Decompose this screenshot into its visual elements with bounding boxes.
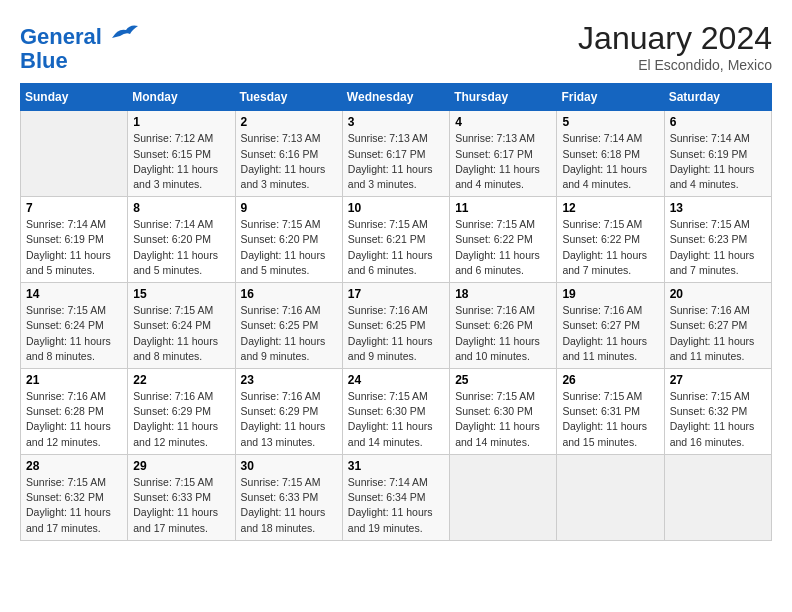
calendar-cell: 25Sunrise: 7:15 AM Sunset: 6:30 PM Dayli…: [450, 369, 557, 455]
day-info: Sunrise: 7:14 AM Sunset: 6:34 PM Dayligh…: [348, 475, 444, 536]
calendar-cell: [21, 111, 128, 197]
day-info: Sunrise: 7:16 AM Sunset: 6:27 PM Dayligh…: [670, 303, 766, 364]
calendar-cell: 15Sunrise: 7:15 AM Sunset: 6:24 PM Dayli…: [128, 283, 235, 369]
weekday-header-thursday: Thursday: [450, 84, 557, 111]
day-info: Sunrise: 7:16 AM Sunset: 6:25 PM Dayligh…: [241, 303, 337, 364]
calendar-cell: 10Sunrise: 7:15 AM Sunset: 6:21 PM Dayli…: [342, 197, 449, 283]
day-number: 19: [562, 287, 658, 301]
calendar-cell: 3Sunrise: 7:13 AM Sunset: 6:17 PM Daylig…: [342, 111, 449, 197]
day-info: Sunrise: 7:16 AM Sunset: 6:28 PM Dayligh…: [26, 389, 122, 450]
calendar-cell: 13Sunrise: 7:15 AM Sunset: 6:23 PM Dayli…: [664, 197, 771, 283]
day-info: Sunrise: 7:16 AM Sunset: 6:25 PM Dayligh…: [348, 303, 444, 364]
day-info: Sunrise: 7:13 AM Sunset: 6:17 PM Dayligh…: [348, 131, 444, 192]
weekday-header-row: SundayMondayTuesdayWednesdayThursdayFrid…: [21, 84, 772, 111]
day-number: 5: [562, 115, 658, 129]
calendar-cell: 11Sunrise: 7:15 AM Sunset: 6:22 PM Dayli…: [450, 197, 557, 283]
calendar-week-row: 7Sunrise: 7:14 AM Sunset: 6:19 PM Daylig…: [21, 197, 772, 283]
day-number: 24: [348, 373, 444, 387]
day-number: 23: [241, 373, 337, 387]
calendar-cell: 22Sunrise: 7:16 AM Sunset: 6:29 PM Dayli…: [128, 369, 235, 455]
day-info: Sunrise: 7:13 AM Sunset: 6:16 PM Dayligh…: [241, 131, 337, 192]
day-info: Sunrise: 7:14 AM Sunset: 6:20 PM Dayligh…: [133, 217, 229, 278]
calendar-cell: 14Sunrise: 7:15 AM Sunset: 6:24 PM Dayli…: [21, 283, 128, 369]
day-number: 2: [241, 115, 337, 129]
day-info: Sunrise: 7:15 AM Sunset: 6:22 PM Dayligh…: [455, 217, 551, 278]
calendar-cell: 5Sunrise: 7:14 AM Sunset: 6:18 PM Daylig…: [557, 111, 664, 197]
day-number: 18: [455, 287, 551, 301]
calendar-cell: 7Sunrise: 7:14 AM Sunset: 6:19 PM Daylig…: [21, 197, 128, 283]
day-number: 15: [133, 287, 229, 301]
month-title: January 2024: [578, 20, 772, 57]
day-info: Sunrise: 7:14 AM Sunset: 6:19 PM Dayligh…: [670, 131, 766, 192]
calendar-cell: 29Sunrise: 7:15 AM Sunset: 6:33 PM Dayli…: [128, 454, 235, 540]
calendar-week-row: 21Sunrise: 7:16 AM Sunset: 6:28 PM Dayli…: [21, 369, 772, 455]
day-number: 22: [133, 373, 229, 387]
day-number: 16: [241, 287, 337, 301]
weekday-header-wednesday: Wednesday: [342, 84, 449, 111]
day-number: 20: [670, 287, 766, 301]
day-info: Sunrise: 7:16 AM Sunset: 6:29 PM Dayligh…: [133, 389, 229, 450]
calendar-table: SundayMondayTuesdayWednesdayThursdayFrid…: [20, 83, 772, 540]
calendar-cell: 19Sunrise: 7:16 AM Sunset: 6:27 PM Dayli…: [557, 283, 664, 369]
calendar-week-row: 14Sunrise: 7:15 AM Sunset: 6:24 PM Dayli…: [21, 283, 772, 369]
day-info: Sunrise: 7:15 AM Sunset: 6:21 PM Dayligh…: [348, 217, 444, 278]
weekday-header-saturday: Saturday: [664, 84, 771, 111]
weekday-header-sunday: Sunday: [21, 84, 128, 111]
calendar-cell: 21Sunrise: 7:16 AM Sunset: 6:28 PM Dayli…: [21, 369, 128, 455]
day-info: Sunrise: 7:15 AM Sunset: 6:30 PM Dayligh…: [348, 389, 444, 450]
day-number: 31: [348, 459, 444, 473]
day-number: 21: [26, 373, 122, 387]
logo-text-blue: Blue: [20, 49, 140, 73]
day-info: Sunrise: 7:15 AM Sunset: 6:22 PM Dayligh…: [562, 217, 658, 278]
weekday-header-monday: Monday: [128, 84, 235, 111]
calendar-cell: 16Sunrise: 7:16 AM Sunset: 6:25 PM Dayli…: [235, 283, 342, 369]
calendar-week-row: 28Sunrise: 7:15 AM Sunset: 6:32 PM Dayli…: [21, 454, 772, 540]
day-number: 3: [348, 115, 444, 129]
calendar-cell: 20Sunrise: 7:16 AM Sunset: 6:27 PM Dayli…: [664, 283, 771, 369]
location: El Escondido, Mexico: [578, 57, 772, 73]
calendar-cell: 23Sunrise: 7:16 AM Sunset: 6:29 PM Dayli…: [235, 369, 342, 455]
day-info: Sunrise: 7:16 AM Sunset: 6:26 PM Dayligh…: [455, 303, 551, 364]
day-number: 1: [133, 115, 229, 129]
calendar-cell: 30Sunrise: 7:15 AM Sunset: 6:33 PM Dayli…: [235, 454, 342, 540]
day-info: Sunrise: 7:12 AM Sunset: 6:15 PM Dayligh…: [133, 131, 229, 192]
day-number: 8: [133, 201, 229, 215]
day-number: 11: [455, 201, 551, 215]
logo-text: General: [20, 20, 140, 49]
day-number: 17: [348, 287, 444, 301]
day-info: Sunrise: 7:15 AM Sunset: 6:32 PM Dayligh…: [26, 475, 122, 536]
day-number: 12: [562, 201, 658, 215]
calendar-cell: 28Sunrise: 7:15 AM Sunset: 6:32 PM Dayli…: [21, 454, 128, 540]
day-info: Sunrise: 7:16 AM Sunset: 6:27 PM Dayligh…: [562, 303, 658, 364]
logo: General Blue: [20, 20, 140, 73]
day-number: 28: [26, 459, 122, 473]
weekday-header-tuesday: Tuesday: [235, 84, 342, 111]
day-number: 27: [670, 373, 766, 387]
day-info: Sunrise: 7:15 AM Sunset: 6:23 PM Dayligh…: [670, 217, 766, 278]
day-info: Sunrise: 7:15 AM Sunset: 6:24 PM Dayligh…: [133, 303, 229, 364]
calendar-cell: 26Sunrise: 7:15 AM Sunset: 6:31 PM Dayli…: [557, 369, 664, 455]
calendar-cell: 4Sunrise: 7:13 AM Sunset: 6:17 PM Daylig…: [450, 111, 557, 197]
day-number: 4: [455, 115, 551, 129]
calendar-cell: 2Sunrise: 7:13 AM Sunset: 6:16 PM Daylig…: [235, 111, 342, 197]
day-info: Sunrise: 7:13 AM Sunset: 6:17 PM Dayligh…: [455, 131, 551, 192]
day-number: 9: [241, 201, 337, 215]
calendar-cell: 6Sunrise: 7:14 AM Sunset: 6:19 PM Daylig…: [664, 111, 771, 197]
calendar-cell: [450, 454, 557, 540]
day-info: Sunrise: 7:15 AM Sunset: 6:33 PM Dayligh…: [241, 475, 337, 536]
weekday-header-friday: Friday: [557, 84, 664, 111]
day-number: 26: [562, 373, 658, 387]
day-number: 29: [133, 459, 229, 473]
page-header: General Blue January 2024 El Escondido, …: [20, 20, 772, 73]
day-info: Sunrise: 7:14 AM Sunset: 6:19 PM Dayligh…: [26, 217, 122, 278]
calendar-cell: 8Sunrise: 7:14 AM Sunset: 6:20 PM Daylig…: [128, 197, 235, 283]
calendar-cell: 12Sunrise: 7:15 AM Sunset: 6:22 PM Dayli…: [557, 197, 664, 283]
title-block: January 2024 El Escondido, Mexico: [578, 20, 772, 73]
calendar-cell: 17Sunrise: 7:16 AM Sunset: 6:25 PM Dayli…: [342, 283, 449, 369]
day-number: 13: [670, 201, 766, 215]
day-info: Sunrise: 7:15 AM Sunset: 6:33 PM Dayligh…: [133, 475, 229, 536]
calendar-cell: 24Sunrise: 7:15 AM Sunset: 6:30 PM Dayli…: [342, 369, 449, 455]
day-number: 10: [348, 201, 444, 215]
day-info: Sunrise: 7:15 AM Sunset: 6:32 PM Dayligh…: [670, 389, 766, 450]
day-number: 30: [241, 459, 337, 473]
